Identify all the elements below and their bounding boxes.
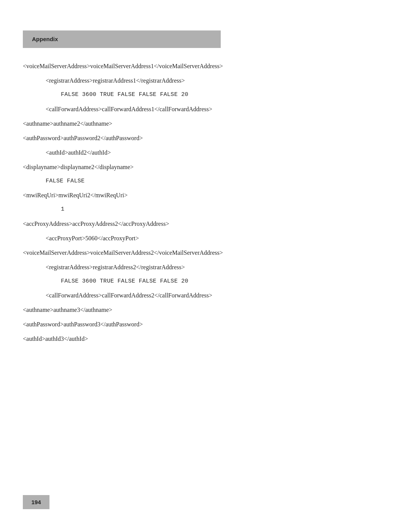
xml-line-5: <authname>authname2</authname> — [23, 119, 388, 128]
appendix-header: Appendix — [23, 30, 221, 48]
xml-line-17: <callForwardAddress>callForwardAddress2<… — [23, 291, 388, 300]
page-container: Appendix <voiceMailServerAddress>voiceMa… — [0, 0, 411, 379]
xml-text-19: <authPassword>authPassword3</authPasswor… — [23, 321, 143, 328]
xml-line-20: <authId>authId3</authId> — [23, 334, 388, 343]
xml-line-14: <voiceMailServerAddress>voiceMailServerA… — [23, 248, 388, 257]
xml-line-15: <registrarAddress>registrarAddress2</reg… — [23, 263, 388, 272]
xml-text-18: <authname>authname3</authname> — [23, 307, 112, 313]
xml-text-1: <voiceMailServerAddress>voiceMailServerA… — [23, 63, 223, 69]
xml-line-10: <mwiReqUri>mwiReqUri2</mwiReqUri> — [23, 191, 388, 200]
xml-line-7: <authId>authId2</authId> — [23, 148, 388, 157]
xml-line-9: FALSE FALSE — [23, 177, 388, 186]
xml-line-12: <accProxyAddress>accProxyAddress2</accPr… — [23, 219, 388, 228]
xml-text-14: <voiceMailServerAddress>voiceMailServerA… — [23, 249, 223, 256]
xml-line-3: FALSE 3600 TRUE FALSE FALSE FALSE 20 — [23, 91, 388, 99]
xml-text-17: <callForwardAddress>callForwardAddress2<… — [46, 292, 212, 299]
xml-line-6: <authPassword>authPassword2</authPasswor… — [23, 134, 388, 143]
xml-text-8: <displayname>displayname2</displayname> — [23, 164, 134, 170]
xml-text-10: <mwiReqUri>mwiReqUri2</mwiReqUri> — [23, 192, 127, 198]
xml-text-5: <authname>authname2</authname> — [23, 120, 112, 127]
xml-text-3: FALSE 3600 TRUE FALSE FALSE FALSE 20 — [61, 91, 188, 98]
xml-text-11: 1 — [61, 206, 64, 212]
xml-text-12: <accProxyAddress>accProxyAddress2</accPr… — [23, 220, 169, 227]
appendix-title: Appendix — [32, 36, 58, 42]
xml-text-7: <authId>authId2</authId> — [46, 149, 111, 156]
xml-text-20: <authId>authId3</authId> — [23, 335, 88, 342]
xml-line-8: <displayname>displayname2</displayname> — [23, 163, 388, 172]
xml-text-2: <registrarAddress>registrarAddress1</reg… — [46, 77, 185, 84]
xml-line-16: FALSE 3600 TRUE FALSE FALSE FALSE 20 — [23, 277, 388, 286]
xml-line-18: <authname>authname3</authname> — [23, 305, 388, 315]
page-number: 194 — [23, 495, 49, 509]
xml-text-6: <authPassword>authPassword2</authPasswor… — [23, 135, 143, 141]
xml-text-4: <callForwardAddress>callForwardAddress1<… — [46, 106, 212, 112]
xml-line-19: <authPassword>authPassword3</authPasswor… — [23, 320, 388, 329]
page-number-text: 194 — [31, 499, 41, 505]
xml-text-16: FALSE 3600 TRUE FALSE FALSE FALSE 20 — [61, 278, 188, 284]
xml-line-2: <registrarAddress>registrarAddress1</reg… — [23, 76, 388, 85]
xml-line-11: 1 — [23, 205, 388, 214]
xml-text-15: <registrarAddress>registrarAddress2</reg… — [46, 264, 185, 270]
xml-line-4: <callForwardAddress>callForwardAddress1<… — [23, 105, 388, 114]
xml-line-13: <accProxyPort>5060</accProxyPort> — [23, 234, 388, 243]
xml-text-13: <accProxyPort>5060</accProxyPort> — [46, 235, 139, 241]
xml-text-9: FALSE FALSE — [46, 178, 84, 184]
xml-line-1: <voiceMailServerAddress>voiceMailServerA… — [23, 62, 388, 71]
